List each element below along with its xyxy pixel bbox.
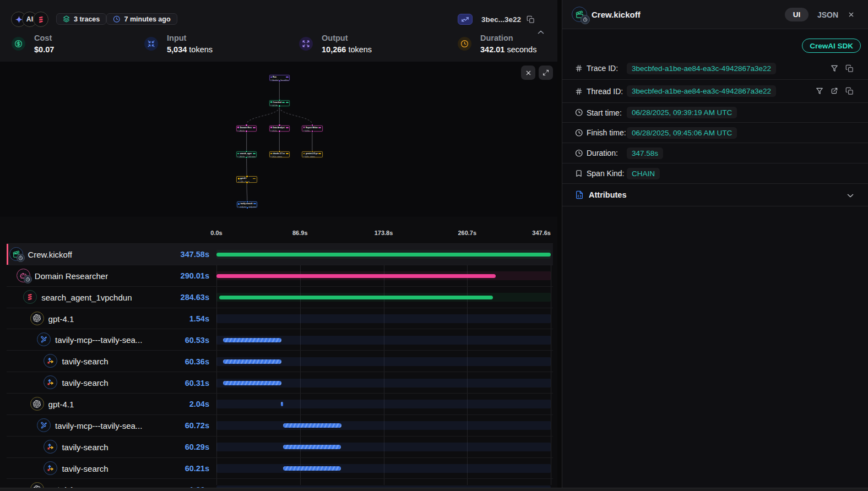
node-label: Crew.kickoff [273,101,281,103]
span-track [216,421,551,430]
field-duration: Duration:347.58s [562,143,868,163]
span-name: Crew.kickoff [28,244,72,265]
span-track [216,464,551,473]
span-track [216,314,551,323]
filter-icon[interactable] [816,87,823,95]
field-value-chip[interactable]: 06/28/2025, 09:39:19 AM UTC [627,107,737,118]
copy-icon[interactable] [845,64,854,73]
field-value-chip[interactable]: 3becbfed-a1be-ae84-ea3c-4942867a3e22 [627,63,776,74]
graph-edges [0,62,557,217]
node-sublabel: 290.01s [239,130,245,132]
span-bar [223,381,281,385]
chevron-down-icon[interactable] [846,191,855,200]
timer-badge-icon [581,15,590,24]
trace-header: AI 3 traces 7 minutes ago 3bec...3e22 Co… [0,0,557,62]
graph-node-search[interactable]: search_agen...284.63s · 15,300 tokens [236,151,257,157]
attributes-section[interactable]: Attributes [562,184,868,206]
span-row-4[interactable]: tavily-mcp---tavily-sea...60.53s [7,329,553,350]
external-link-icon[interactable] [831,87,838,95]
span-name: tavily-search [62,437,108,458]
graph-node-domain[interactable]: Domain Researcher290.01s [236,126,257,132]
node-sublabel: 29.2s · tokens [272,156,282,158]
span-row-11[interactable]: gpt-4.11.26s [7,478,553,488]
node-label: Data Analyst [273,127,285,129]
node-label: claude-3.7-sonnet [273,152,285,155]
app: AI 3 traces 7 minutes ago 3bec...3e22 Co… [0,0,868,491]
graph-node-report[interactable]: Report Writer26.90s [302,126,323,132]
span-row-2[interactable]: search_agent_1vpchdun284.63s [7,286,553,308]
graph-node-gpt[interactable]: gpt-4.11.54s · tokens [236,176,257,182]
stat-input: Input5,034 tokens [144,29,213,54]
span-duration: 1.26s [189,479,209,488]
span-row-9[interactable]: tavily-search60.29s [7,436,553,457]
node-handle [247,201,248,203]
stat-value-input: 5,034 tokens [167,42,213,54]
span-duration: 290.01s [181,265,209,287]
node-icon [270,77,272,78]
copy-icon[interactable] [527,15,535,24]
field-value-chip[interactable]: 06/28/2025, 09:45:06 AM UTC [627,127,737,139]
span-track [216,443,551,451]
attributes-label: Attributes [589,190,626,199]
node-icon [238,178,240,179]
timer-badge-icon [17,254,25,262]
tab-json[interactable]: JSON [817,10,838,19]
span-rows: Crew.kickoff347.58sDomain Researcher290.… [7,243,553,488]
span-duration: 60.72s [185,415,209,437]
span-row-6[interactable]: tavily-search60.31s [7,372,553,393]
node-icon [238,203,240,205]
bookmark-icon [575,170,583,177]
node-label: Report Writer [306,127,318,129]
hash-icon [575,64,583,72]
graph-node-tavily[interactable]: tavily-searchtavily-mcp---tavily-search … [237,201,258,208]
timeline-axis: 0.0s86.9s173.8s260.7s347.6s [0,217,557,243]
span-row-3[interactable]: gpt-4.11.54s [7,308,553,329]
axis-tick: 347.6s [532,230,551,236]
span-row-8[interactable]: tavily-mcp---tavily-sea...60.72s [7,414,553,436]
close-panel-button[interactable] [848,10,857,19]
file-json-icon [575,190,584,199]
bottom-scrollbar[interactable] [0,488,868,491]
field-value-chip[interactable]: 347.58s [627,148,663,159]
span-row-7[interactable]: gpt-4.12.04s [7,393,553,414]
span-bar [223,359,281,364]
node-icon [237,127,239,128]
arrows-out-icon [299,37,313,51]
span-detail-title: Crew.kickoff [592,10,641,19]
traces-badge[interactable]: 3 traces [56,13,106,25]
last-run-badge[interactable]: 7 minutes ago [106,13,177,25]
tavily-icon [44,440,58,454]
graph-node-data[interactable]: Data Analyst29.22s [269,126,290,132]
span-row-0[interactable]: Crew.kickoff347.58s [7,243,553,265]
span-name: gpt-4.1 [48,308,74,330]
field-span-kind: Span Kind:CHAIN [562,163,868,184]
clock-icon [458,37,471,51]
openai-icon [30,312,45,326]
copy-icon[interactable] [845,87,854,95]
trace-id-short: 3bec...3e22 [481,15,521,24]
graph-expand-button[interactable] [539,66,553,80]
tavily-icon [44,354,58,368]
collapse-stats-button[interactable] [536,28,547,37]
field-value-chip[interactable]: CHAIN [627,168,660,179]
timer-badge-icon [24,275,32,283]
field-value-chip[interactable]: 3becbfed-a1be-ae84-ea3c-4942867a3e22 [627,85,776,97]
field-label: Span Kind: [587,169,625,178]
span-duration: 60.36s [185,351,209,372]
tavily-icon [44,375,58,390]
graph-close-button[interactable] [521,66,535,80]
graph-node-crew[interactable]: Crew.kickoff347.58s [269,100,290,106]
graph-node-run[interactable]: Run3becbfed-a1be-ae84-ea3c-4942867a3e22 [269,75,290,81]
graph-node-gemini[interactable]: gemini-2.5-pro-pr...26.9s · tokens [302,151,323,157]
node-sublabel: 1.54s · tokens [240,181,249,183]
node-icon [303,127,305,128]
span-row-5[interactable]: tavily-search60.36s [7,350,553,372]
tab-ui[interactable]: UI [785,8,809,21]
span-name: tavily-mcp---tavily-sea... [55,329,142,351]
span-row-10[interactable]: tavily-search60.21s [7,457,553,479]
last-run-badge-label: 7 minutes ago [124,15,171,23]
span-row-1[interactable]: Domain Researcher290.01s [7,265,553,286]
filter-icon[interactable] [831,64,838,73]
field-finish-time: Finish time:06/28/2025, 09:45:06 AM UTC [562,123,868,143]
graph-node-claude[interactable]: claude-3.7-sonnet29.2s · tokens [269,151,290,157]
